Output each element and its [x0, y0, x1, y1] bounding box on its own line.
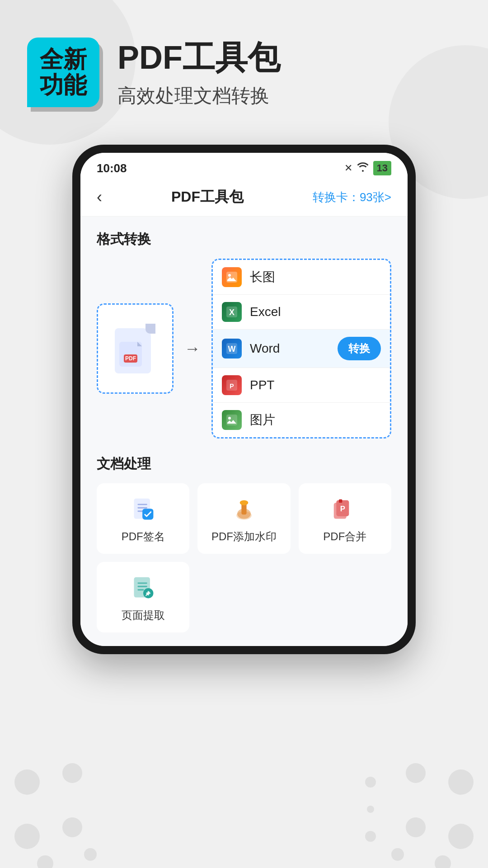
svg-point-13: [367, 806, 374, 813]
pdf-merge-icon: P: [331, 496, 358, 523]
phone-mockup: 10:08 ✕ 13 ‹ PDF工具包 转换卡：93张> 格式转换: [72, 145, 416, 654]
format-list-box: 长图 X Excel W: [211, 259, 391, 439]
format-item-picture[interactable]: 图片: [213, 403, 390, 437]
svg-point-7: [406, 763, 426, 783]
svg-point-19: [228, 274, 231, 277]
ppt-format-name: PPT: [250, 378, 381, 392]
format-item-ppt[interactable]: P PPT: [213, 368, 390, 403]
format-item-image[interactable]: 长图: [213, 260, 390, 295]
excel-format-name: Excel: [250, 305, 381, 319]
nav-title: PDF工具包: [171, 187, 244, 207]
header-area: 全新 功能 PDF工具包 高效处理文档转换: [0, 18, 488, 127]
svg-text:PDF: PDF: [125, 355, 136, 362]
image-format-icon: [222, 267, 242, 287]
svg-point-10: [435, 855, 451, 868]
wifi-icon: [357, 162, 369, 175]
header-subtitle: 高效处理文档转换: [117, 83, 280, 108]
pdf-source-box: PDF: [97, 303, 174, 394]
pdf-extract-icon: [130, 575, 157, 602]
svg-rect-36: [339, 500, 342, 503]
svg-point-8: [448, 824, 474, 849]
pdf-merge-tool[interactable]: P PDF合并: [299, 483, 391, 554]
svg-point-33: [240, 500, 249, 505]
pdf-extract-label: 页面提取: [122, 608, 165, 623]
svg-point-14: [365, 831, 376, 842]
pdf-watermark-tool[interactable]: PDF添加水印: [197, 483, 290, 554]
doc-tools-grid-bottom: 页面提取: [97, 562, 391, 632]
pdf-watermark-label: PDF添加水印: [211, 529, 277, 544]
svg-point-9: [406, 817, 426, 837]
status-time: 10:08: [97, 161, 127, 175]
svg-point-2: [14, 824, 40, 849]
phone-frame: 10:08 ✕ 13 ‹ PDF工具包 转换卡：93张> 格式转换: [72, 145, 416, 654]
pdf-file-icon: PDF: [115, 324, 155, 373]
header-title: PDF工具包: [117, 36, 280, 80]
new-feature-badge: 全新 功能: [27, 38, 99, 107]
picture-format-icon: [222, 410, 242, 430]
format-item-excel[interactable]: X Excel: [213, 295, 390, 330]
svg-point-1: [62, 763, 82, 783]
badge-text: 全新 功能: [38, 47, 89, 98]
svg-point-4: [37, 855, 53, 868]
screen-content: 格式转换 PDF: [80, 217, 408, 646]
svg-rect-26: [226, 415, 237, 425]
format-item-word[interactable]: W Word 转换: [213, 330, 390, 368]
svg-point-3: [62, 817, 82, 837]
bg-dots-pattern: [0, 710, 488, 868]
nav-bar: ‹ PDF工具包 转换卡：93张>: [80, 180, 408, 217]
svg-point-12: [365, 777, 376, 788]
doc-process-section: 文档处理: [97, 455, 391, 632]
x-icon: ✕: [344, 162, 352, 174]
status-icons: ✕ 13: [344, 161, 391, 175]
svg-point-11: [391, 848, 404, 861]
pdf-sign-label: PDF签名: [122, 529, 165, 544]
status-bar: 10:08 ✕ 13: [80, 153, 408, 180]
svg-point-5: [84, 848, 97, 861]
picture-format-name: 图片: [250, 411, 381, 429]
excel-format-icon: X: [222, 302, 242, 322]
convert-button[interactable]: 转换: [338, 337, 381, 360]
svg-text:X: X: [229, 308, 235, 317]
svg-point-27: [228, 417, 231, 420]
format-conversion-area: PDF → 长图: [97, 259, 391, 439]
doc-section-title: 文档处理: [97, 455, 391, 473]
ppt-format-icon: P: [222, 375, 242, 395]
battery-indicator: 13: [373, 161, 391, 175]
conversion-card-button[interactable]: 转换卡：93张>: [313, 189, 391, 205]
svg-point-0: [14, 769, 40, 795]
word-format-icon: W: [222, 339, 242, 359]
pdf-merge-label: PDF合并: [323, 529, 366, 544]
format-section-title: 格式转换: [97, 230, 391, 249]
conversion-arrow: →: [184, 339, 201, 358]
phone-screen: 10:08 ✕ 13 ‹ PDF工具包 转换卡：93张> 格式转换: [80, 153, 408, 646]
back-button[interactable]: ‹: [97, 188, 102, 207]
pdf-extract-tool[interactable]: 页面提取: [97, 562, 189, 632]
svg-text:W: W: [228, 344, 236, 354]
pdf-sign-tool[interactable]: PDF签名: [97, 483, 189, 554]
doc-tools-grid: PDF签名: [97, 483, 391, 554]
svg-text:P: P: [230, 382, 234, 390]
word-format-name: Word: [250, 341, 329, 356]
svg-point-6: [448, 769, 474, 795]
header-text-block: PDF工具包 高效处理文档转换: [117, 36, 280, 108]
image-format-name: 长图: [250, 269, 381, 286]
svg-text:P: P: [340, 505, 345, 513]
pdf-watermark-icon: [230, 496, 258, 523]
pdf-sign-icon: [130, 496, 157, 523]
